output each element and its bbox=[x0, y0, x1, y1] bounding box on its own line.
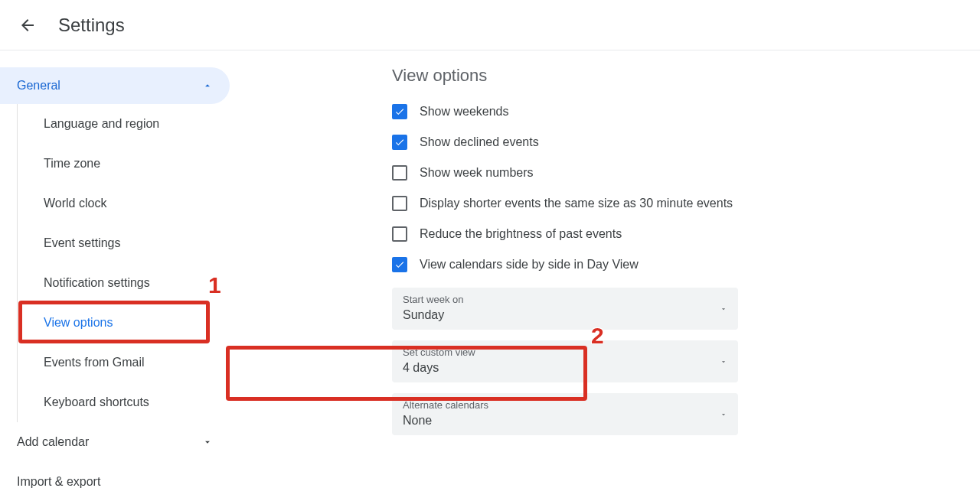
sidebar-item-keyboard-shortcuts[interactable]: Keyboard shortcuts bbox=[41, 382, 230, 422]
checkbox-show-weekends[interactable]: Show weekends bbox=[392, 104, 980, 119]
checkbox-icon[interactable] bbox=[392, 196, 407, 211]
page-title: Settings bbox=[58, 15, 125, 36]
dropdown-label: Alternate calendars bbox=[403, 399, 727, 411]
header: Settings bbox=[0, 0, 980, 50]
dropdown-custom-view[interactable]: Set custom view 4 days bbox=[392, 340, 738, 382]
checkbox-icon[interactable] bbox=[392, 226, 407, 242]
dropdown-label: Set custom view bbox=[403, 346, 727, 358]
dropdown-value: None bbox=[403, 414, 727, 428]
checkbox-shorter-events[interactable]: Display shorter events the same size as … bbox=[392, 196, 980, 211]
sidebar-item-notification-settings[interactable]: Notification settings bbox=[41, 263, 230, 303]
checkbox-show-declined[interactable]: Show declined events bbox=[392, 135, 980, 150]
dropdown-label: Start week on bbox=[403, 294, 727, 305]
sidebar-item-import-export[interactable]: Import & export bbox=[17, 462, 230, 501]
sidebar-item-worldclock[interactable]: World clock bbox=[41, 184, 230, 223]
dropdowns: Start week on Sunday Set custom view 4 d… bbox=[392, 288, 980, 435]
sidebar-bottom: Add calendar Import & export bbox=[0, 422, 230, 501]
sidebar-item-events-from-gmail[interactable]: Events from Gmail bbox=[41, 343, 230, 382]
checkbox-icon[interactable] bbox=[392, 165, 407, 181]
dropdown-start-week[interactable]: Start week on Sunday bbox=[392, 288, 738, 330]
sidebar-item-view-options[interactable]: View options bbox=[41, 303, 230, 343]
dropdown-value: 4 days bbox=[403, 361, 727, 375]
caret-down-icon bbox=[720, 302, 727, 316]
checkbox-show-week-numbers[interactable]: Show week numbers bbox=[392, 165, 980, 181]
sidebar-item-language[interactable]: Language and region bbox=[41, 104, 230, 144]
checkbox-side-by-side[interactable]: View calendars side by side in Day View bbox=[392, 257, 980, 272]
checkbox-reduce-brightness[interactable]: Reduce the brightness of past events bbox=[392, 226, 980, 242]
dropdown-alternate-calendars[interactable]: Alternate calendars None bbox=[392, 393, 738, 435]
dropdown-value: Sunday bbox=[403, 308, 727, 322]
caret-down-icon bbox=[720, 355, 727, 369]
chevron-up-icon bbox=[202, 80, 213, 91]
content: General Language and region Time zone Wo… bbox=[0, 50, 980, 501]
sidebar-sublist: Language and region Time zone World cloc… bbox=[17, 104, 230, 422]
sidebar-section-general[interactable]: General bbox=[0, 67, 230, 104]
chevron-down-icon bbox=[202, 437, 213, 447]
checkbox-icon[interactable] bbox=[392, 135, 407, 150]
checkbox-icon[interactable] bbox=[392, 104, 407, 119]
sidebar-item-timezone[interactable]: Time zone bbox=[41, 144, 230, 184]
sidebar-item-event-settings[interactable]: Event settings bbox=[41, 223, 230, 263]
checkbox-icon[interactable] bbox=[392, 257, 407, 272]
caret-down-icon bbox=[720, 408, 727, 421]
main-panel: View options Show weekends Show declined… bbox=[230, 50, 980, 501]
sidebar-item-add-calendar[interactable]: Add calendar bbox=[17, 422, 230, 462]
sidebar-section-label: General bbox=[17, 79, 60, 93]
back-arrow-icon[interactable] bbox=[18, 16, 37, 34]
section-title: View options bbox=[392, 66, 980, 86]
sidebar: General Language and region Time zone Wo… bbox=[0, 50, 230, 501]
